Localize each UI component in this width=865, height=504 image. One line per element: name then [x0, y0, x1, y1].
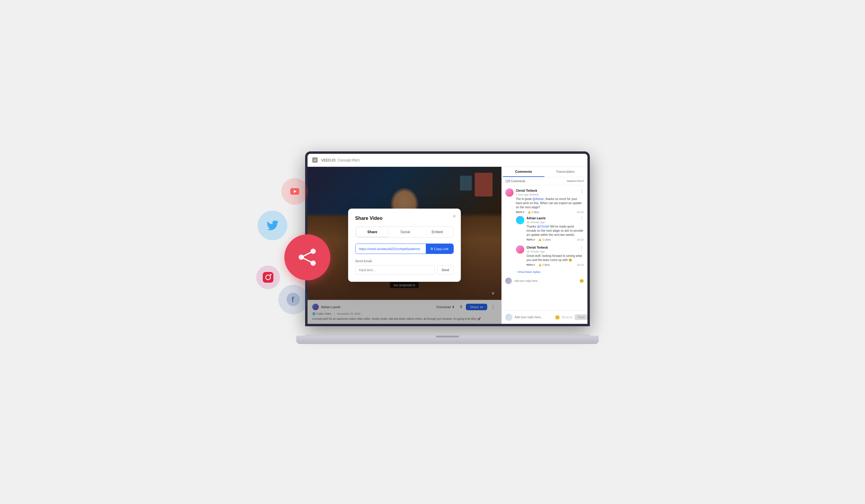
- laptop-base: [296, 336, 599, 344]
- comment-input-area: 🙂 🕐 02:23 Send: [502, 310, 587, 324]
- reply-item: Christi Terbeck ⋮ 26 minutes ago Great s…: [516, 245, 584, 266]
- comment-actions: REPLY 👍 2 likes 00:23: [516, 211, 584, 214]
- send-email-section: Send Email Send: [355, 259, 454, 275]
- comment-more-icon[interactable]: ⋮: [580, 188, 584, 193]
- comment-header-row: Christi Terbeck ⋮: [516, 188, 584, 193]
- reply-button[interactable]: REPLY: [527, 238, 535, 241]
- timer-value: 02:23: [566, 316, 573, 319]
- comments-list: Christi Terbeck ⋮ 1 hour ago (Edited) Th…: [502, 186, 587, 310]
- thumb-up-icon: 👍: [538, 263, 541, 266]
- comments-count: 128 Comments: [505, 179, 526, 183]
- comment-avatar: [505, 188, 514, 197]
- comment-timestamp: 00:23: [577, 211, 584, 214]
- current-user-avatar-main: [505, 314, 512, 321]
- comment-input[interactable]: [515, 316, 552, 319]
- reply-header: Adrian Laurie ⋮: [527, 216, 584, 221]
- link-row: ⧉ Copy Link: [355, 244, 454, 254]
- modal-tabs: Share Social Embed: [355, 226, 454, 238]
- home-icon[interactable]: 🏠: [312, 157, 318, 163]
- svg-text:f: f: [291, 295, 294, 304]
- reply-body: Adrian Laurie ⋮ 35 minutes ago Thanks @C…: [527, 216, 584, 241]
- reply-author: Adrian Laurie: [527, 216, 546, 220]
- share-modal: Share Video × Share Social Embed: [348, 209, 461, 282]
- copy-icon: ⧉: [430, 247, 433, 251]
- brand-logo: VEED.IO Concept Pitch: [321, 158, 360, 162]
- modal-title: Share Video: [355, 216, 454, 221]
- reply-time: 26 minutes ago: [527, 250, 584, 253]
- page-title: Concept Pitch: [337, 158, 359, 162]
- clock-icon: 🕐: [562, 316, 565, 319]
- comment-body: Christi Terbeck ⋮ 1 hour ago (Edited) Th…: [516, 188, 584, 214]
- add-reply-input[interactable]: [514, 279, 577, 282]
- link-input[interactable]: [356, 244, 426, 254]
- modal-close-button[interactable]: ×: [453, 213, 456, 220]
- tab-social[interactable]: Social: [389, 227, 422, 237]
- comment-author-row: Christi Terbeck ⋮ 26 minutes ago Great s…: [516, 245, 584, 266]
- tab-share[interactable]: Share: [356, 227, 389, 236]
- reply-item: Adrian Laurie ⋮ 35 minutes ago Thanks @C…: [516, 216, 584, 241]
- emoji-icon[interactable]: 😊: [579, 279, 584, 283]
- reply-avatar: [516, 216, 524, 224]
- reply-author: Christi Terbeck: [527, 246, 548, 249]
- mention: @Adrain: [532, 197, 544, 201]
- tab-embed[interactable]: Embed: [422, 227, 453, 237]
- svg-line-6: [301, 257, 313, 263]
- sort-dropdown[interactable]: Newest First ▾: [567, 179, 584, 183]
- comment-timestamp: 00:23: [577, 238, 584, 241]
- reply-button[interactable]: REPLY: [527, 263, 535, 266]
- reply-actions: REPLY 👍 2 likes 00:23: [527, 263, 584, 266]
- comment-timestamp: 00:23: [577, 263, 584, 266]
- instagram-icon: [256, 266, 280, 289]
- timer-display: 🕐 02:23: [562, 316, 573, 319]
- thumb-up-icon: 👍: [538, 238, 541, 241]
- like-button[interactable]: 👍 2 likes: [538, 263, 550, 266]
- send-email-button[interactable]: Send: [437, 265, 454, 275]
- reply-more-icon[interactable]: ⋮: [580, 216, 584, 221]
- comment-item: Christi Terbeck ⋮ 1 hour ago (Edited) Th…: [505, 188, 584, 273]
- facebook-icon: f: [278, 285, 308, 314]
- show-fewer-replies[interactable]: ↑ Show fewer replies: [516, 270, 584, 273]
- brand-name: VEED.IO: [321, 158, 336, 162]
- sort-label: Newest First: [567, 179, 581, 183]
- comment-author-row: Adrian Laurie ⋮ 35 minutes ago Thanks @C…: [516, 216, 584, 241]
- like-button[interactable]: 👍 2 likes: [528, 211, 539, 214]
- tab-transcription[interactable]: Transcription: [544, 167, 586, 177]
- youtube-icon: [281, 178, 308, 205]
- send-email-label: Send Email: [355, 259, 454, 263]
- reply-body: Christi Terbeck ⋮ 26 minutes ago Great s…: [527, 245, 584, 266]
- reply-time: 35 minutes ago: [527, 221, 584, 224]
- reply-text: Great stuff, looking forward to seeing w…: [527, 254, 584, 262]
- commenter-name: Christi Terbeck: [516, 189, 537, 192]
- email-row: Send: [355, 265, 454, 275]
- reply-avatar: [516, 245, 524, 254]
- share-main-icon[interactable]: [284, 234, 330, 280]
- social-icons-cluster: f: [252, 175, 353, 323]
- reply-more-icon[interactable]: ⋮: [580, 245, 584, 250]
- emoji-button[interactable]: 🙂: [555, 315, 560, 320]
- current-user-avatar: [505, 278, 512, 284]
- svg-line-5: [301, 251, 313, 257]
- comments-sidebar: Comments Transcription 128 Comments Newe…: [501, 167, 587, 324]
- email-input[interactable]: [355, 265, 435, 275]
- copy-link-label: Copy Link: [434, 247, 449, 251]
- like-button[interactable]: 👍 2 Likes: [538, 238, 551, 241]
- reply-actions: REPLY 👍 2 Likes 00:23: [527, 238, 584, 241]
- sort-chevron-icon: ▾: [583, 179, 584, 183]
- comment-text: The is great @Adrain, thanks so much for…: [516, 197, 584, 210]
- comments-header: 128 Comments Newest First ▾: [502, 177, 587, 186]
- comment-tools: 🙂 🕐 02:23: [555, 315, 573, 320]
- like-count: 2 likes: [542, 263, 550, 266]
- like-count: 2 Likes: [542, 238, 551, 241]
- like-count: 2 likes: [532, 211, 539, 214]
- tab-comments[interactable]: Comments: [503, 167, 545, 177]
- twitter-icon: [258, 211, 287, 240]
- scene-container: f 🏠 VEED.IO Concept Pitch: [269, 151, 596, 353]
- comment-time: 1 hour ago (Edited): [516, 193, 584, 196]
- svg-rect-7: [263, 272, 274, 283]
- reply-header: Christi Terbeck ⋮: [527, 245, 584, 250]
- send-comment-button[interactable]: Send: [575, 314, 587, 320]
- copy-link-button[interactable]: ⧉ Copy Link: [426, 244, 453, 254]
- mention: @Christi: [537, 225, 549, 228]
- sidebar-tabs: Comments Transcription: [502, 167, 587, 177]
- reply-button[interactable]: REPLY: [516, 211, 524, 214]
